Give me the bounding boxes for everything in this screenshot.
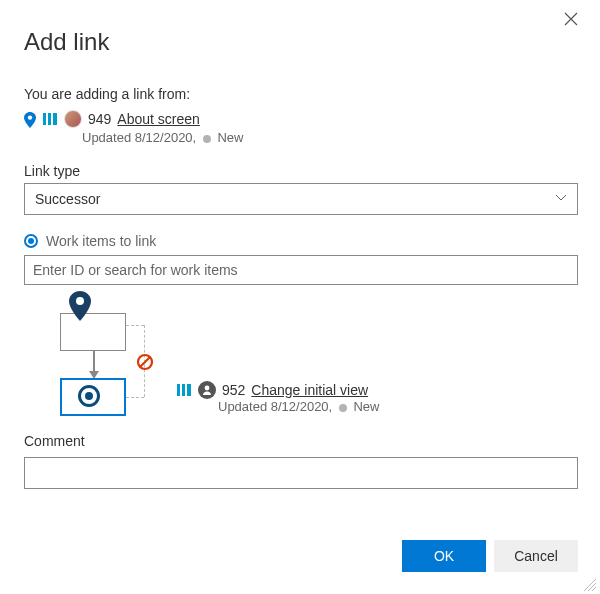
resize-grip-icon[interactable] xyxy=(584,578,596,590)
forbidden-icon xyxy=(136,353,154,374)
comment-input[interactable] xyxy=(24,457,578,489)
pin-icon xyxy=(24,112,36,131)
svg-point-3 xyxy=(76,297,84,305)
dialog-title: Add link xyxy=(24,28,578,56)
link-type-value: Successor xyxy=(35,191,100,207)
epic-icon xyxy=(176,383,192,397)
svg-point-5 xyxy=(205,386,210,391)
diagram-pin-icon xyxy=(68,291,92,324)
linked-work-item: 952 Change initial view Updated 8/12/202… xyxy=(176,381,379,414)
epic-icon xyxy=(42,112,58,126)
source-id: 949 xyxy=(88,111,111,127)
link-type-select[interactable]: Successor xyxy=(24,183,578,215)
close-button[interactable] xyxy=(564,12,584,32)
diagram-target-icon xyxy=(78,385,100,407)
linked-state: New xyxy=(353,399,379,414)
source-updated: Updated 8/12/2020, xyxy=(82,130,196,145)
link-type-label: Link type xyxy=(24,163,578,179)
cancel-button[interactable]: Cancel xyxy=(494,540,578,572)
ok-button[interactable]: OK xyxy=(402,540,486,572)
chevron-down-icon xyxy=(555,191,567,207)
assignee-avatar xyxy=(64,110,82,128)
close-icon xyxy=(564,12,578,26)
svg-line-2 xyxy=(140,357,150,367)
unassigned-avatar xyxy=(198,381,216,399)
radio-selected-icon[interactable] xyxy=(24,234,38,248)
intro-text: You are adding a link from: xyxy=(24,86,578,102)
source-state: New xyxy=(217,130,243,145)
source-work-item: 949 About screen xyxy=(24,110,578,128)
linked-updated: Updated 8/12/2020, xyxy=(218,399,332,414)
state-dot-icon xyxy=(203,135,211,143)
work-items-input[interactable] xyxy=(24,255,578,285)
work-items-label: Work items to link xyxy=(46,233,156,249)
source-meta: Updated 8/12/2020, New xyxy=(24,130,578,145)
state-dot-icon xyxy=(339,404,347,412)
work-items-section: Work items to link xyxy=(24,233,578,249)
svg-point-0 xyxy=(28,115,32,119)
linked-title-link[interactable]: Change initial view xyxy=(251,382,368,398)
source-title-link[interactable]: About screen xyxy=(117,111,200,127)
linked-id: 952 xyxy=(222,382,245,398)
comment-label: Comment xyxy=(24,433,578,449)
link-diagram xyxy=(44,295,164,415)
